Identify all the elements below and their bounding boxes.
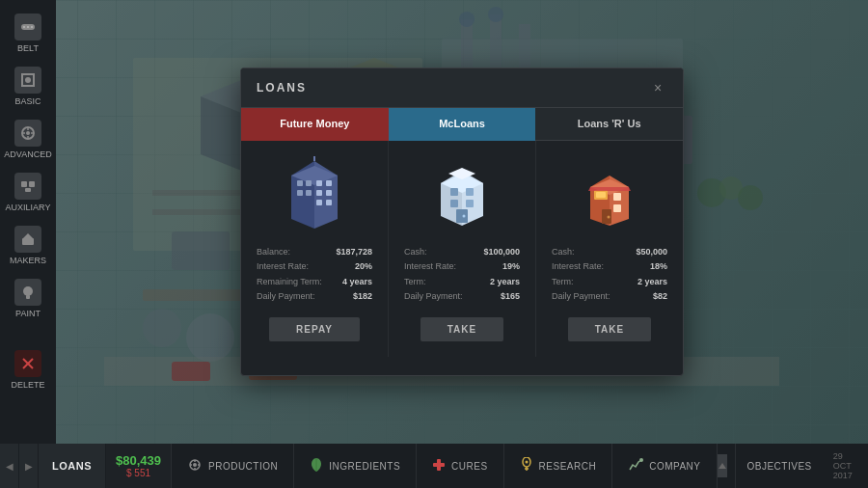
research-label: RESEARCH <box>539 461 597 472</box>
loan-content: Balance: $187,728 Interest Rate: 20% Rem… <box>241 141 683 357</box>
sidebar-item-basic[interactable]: BASIC <box>4 61 52 112</box>
scroll-up-indicator <box>718 454 727 477</box>
svg-rect-82 <box>613 204 621 212</box>
tab-production[interactable]: PRODUCTION <box>172 444 294 488</box>
basic-label: BASIC <box>14 96 41 106</box>
money-daily: $ 551 <box>126 468 150 478</box>
svg-point-99 <box>639 458 643 462</box>
tab-cures[interactable]: CURES <box>417 444 504 488</box>
mcloans-details: Cash: $100,000 Interest Rate: 19% Term: … <box>404 245 520 304</box>
svg-rect-60 <box>297 180 303 186</box>
sidebar-item-delete[interactable]: DELETE <box>4 344 52 395</box>
nav-arrows: ◀ ▶ <box>0 444 39 488</box>
svg-point-37 <box>26 131 30 135</box>
svg-rect-44 <box>25 188 31 192</box>
svg-rect-56 <box>316 190 322 196</box>
sidebar-item-paint[interactable]: PAINT <box>4 273 52 324</box>
svg-rect-57 <box>326 190 332 196</box>
svg-rect-94 <box>433 463 445 467</box>
svg-rect-55 <box>326 180 332 186</box>
building-loans-r-us <box>571 156 648 233</box>
svg-marker-100 <box>719 463 726 469</box>
modal-close-button[interactable]: × <box>648 78 667 97</box>
modal-header: LOANS × <box>241 68 683 108</box>
building-future-money <box>276 156 353 233</box>
svg-rect-80 <box>596 192 606 198</box>
svg-rect-43 <box>29 181 35 187</box>
sidebar-item-advanced[interactable]: ADVANCED <box>4 114 52 165</box>
modal-overlay: LOANS × Future Money McLoans Loans 'R' U… <box>56 0 868 444</box>
tab-mcloans[interactable]: McLoans <box>389 108 536 141</box>
future-money-details: Balance: $187,728 Interest Rate: 20% Rem… <box>257 245 372 304</box>
svg-rect-45 <box>22 238 34 245</box>
sidebar-item-belt[interactable]: BELT <box>4 8 52 59</box>
loan-tabs: Future Money McLoans Loans 'R' Us <box>241 108 683 141</box>
tab-ingredients[interactable]: INGREDIENTS <box>294 444 417 488</box>
taskbar-right: OBJECTIVES 29 OCT 2017 <box>718 444 869 488</box>
svg-rect-59 <box>326 200 332 205</box>
loans-tab-button[interactable]: LOANS <box>39 444 106 488</box>
svg-rect-70 <box>466 188 474 196</box>
svg-point-47 <box>23 286 33 296</box>
svg-rect-42 <box>21 181 27 187</box>
svg-rect-54 <box>316 180 322 186</box>
building-mcloans <box>423 156 501 233</box>
basic-icon <box>14 67 41 94</box>
svg-rect-83 <box>602 209 611 224</box>
svg-marker-46 <box>23 233 33 238</box>
makers-label: MAKERS <box>10 256 46 265</box>
svg-marker-85 <box>588 187 631 191</box>
sidebar-item-makers[interactable]: MAKERS <box>4 220 52 271</box>
objectives-button[interactable]: OBJECTIVES <box>735 444 824 488</box>
tab-future-money[interactable]: Future Money <box>241 108 389 141</box>
take-button-loans-r-us[interactable]: TAKE <box>568 317 651 341</box>
taskbar: ◀ ▶ LOANS $80,439 $ 551 PRODUCTION <box>0 444 868 488</box>
cures-icon <box>432 458 446 474</box>
loans-modal: LOANS × Future Money McLoans Loans 'R' U… <box>240 68 684 376</box>
svg-point-98 <box>525 460 528 463</box>
cures-label: CURES <box>451 461 488 472</box>
svg-rect-61 <box>306 180 312 186</box>
modal-title: LOANS <box>257 81 307 95</box>
tab-research[interactable]: RESEARCH <box>504 444 613 488</box>
advanced-icon <box>14 120 41 147</box>
svg-point-35 <box>25 77 31 83</box>
panel-mcloans: Cash: $100,000 Interest Rate: 19% Term: … <box>389 141 536 357</box>
nav-next-button[interactable]: ▶ <box>19 444 39 488</box>
advanced-label: ADVANCED <box>4 149 51 159</box>
svg-point-87 <box>193 463 197 467</box>
company-icon <box>628 458 643 474</box>
belt-icon <box>14 14 41 41</box>
money-amount: $80,439 <box>116 453 161 468</box>
ingredients-icon <box>310 457 323 475</box>
tab-company[interactable]: COMPANY <box>612 444 717 488</box>
svg-rect-62 <box>297 190 303 196</box>
sidebar-item-auxiliary[interactable]: AUXILIARY <box>4 167 52 218</box>
paint-icon <box>14 279 41 306</box>
delete-icon <box>14 350 41 377</box>
svg-rect-73 <box>450 200 458 207</box>
svg-point-75 <box>463 215 466 218</box>
paint-label: PAINT <box>15 309 41 318</box>
take-button-mcloans[interactable]: TAKE <box>420 317 503 341</box>
date-display: 29 OCT 2017 <box>824 451 868 480</box>
svg-rect-33 <box>31 26 33 28</box>
belt-label: BELT <box>17 43 39 53</box>
nav-prev-button[interactable]: ◀ <box>0 444 19 488</box>
svg-rect-48 <box>26 295 30 299</box>
svg-point-84 <box>608 216 610 219</box>
panel-future-money: Balance: $187,728 Interest Rate: 20% Rem… <box>241 141 389 357</box>
tab-loans-r-us[interactable]: Loans 'R' Us <box>535 108 683 141</box>
auxiliary-label: AUXILIARY <box>6 203 51 212</box>
svg-rect-72 <box>450 188 458 196</box>
company-label: COMPANY <box>649 461 700 472</box>
svg-rect-81 <box>613 193 621 201</box>
svg-rect-63 <box>306 190 312 196</box>
research-icon <box>520 457 533 475</box>
repay-button[interactable]: REPAY <box>269 317 360 341</box>
money-display: $80,439 $ 551 <box>106 444 172 488</box>
production-label: PRODUCTION <box>208 461 278 472</box>
delete-label: DELETE <box>11 380 44 390</box>
sidebar: BELT BASIC ADVANCED <box>0 0 56 444</box>
auxiliary-icon <box>14 173 41 200</box>
